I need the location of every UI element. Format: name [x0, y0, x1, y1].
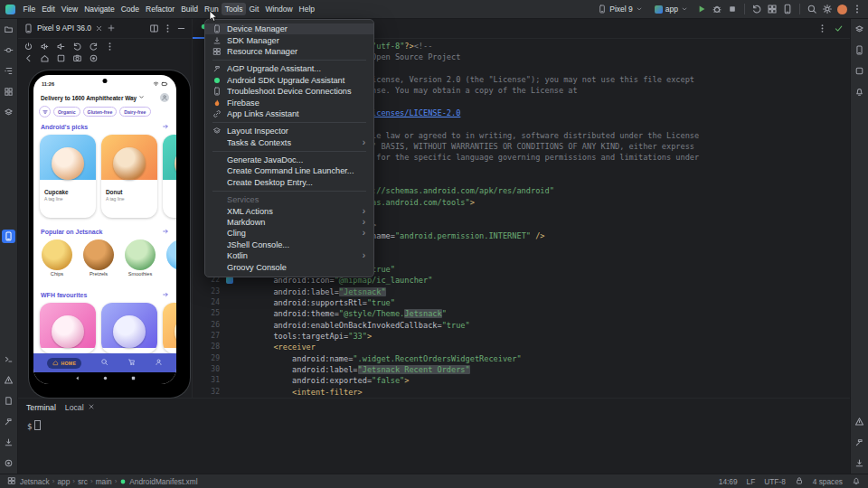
snack-card-donut[interactable]: DonutA tag line [101, 135, 157, 218]
notifications-bell-icon[interactable] [852, 476, 861, 487]
stripe-gradle[interactable] [853, 23, 866, 36]
menu-tools[interactable]: Tools [222, 3, 246, 15]
tools-menu-item-groovy-console[interactable]: Groovy Console [205, 261, 373, 272]
chip-gluten-free[interactable]: Gluten-free [83, 107, 118, 117]
close-icon[interactable] [95, 24, 103, 33]
hide-panel-icon[interactable] [176, 23, 186, 33]
tools-menu-item-device-manager[interactable]: Device Manager [205, 23, 373, 34]
stripe-running-devices[interactable] [2, 230, 15, 243]
tools-menu-item-app-links-assistant[interactable]: App Links Assistant [205, 108, 373, 119]
popular-item-chips[interactable]: Chips [40, 239, 74, 285]
tools-menu-item-firebase[interactable]: Firebase [205, 97, 373, 108]
tools-menu-item-resource-manager[interactable]: Resource Manager [205, 46, 373, 57]
profile-avatar[interactable] [160, 93, 169, 102]
filter-button[interactable] [39, 106, 51, 117]
nav-home-button[interactable]: HOME [47, 358, 81, 369]
crumb-main[interactable]: main [96, 477, 112, 486]
crumb-androidmanifest-xml[interactable]: AndroidManifest.xml [129, 477, 197, 486]
tools-menu-item-agp-upgrade-assistant[interactable]: AGP Upgrade Assistant... [205, 63, 373, 74]
stripe-device-explorer[interactable] [2, 436, 15, 449]
file-encoding[interactable]: UTF-8 [764, 477, 786, 486]
menu-code[interactable]: Code [118, 3, 142, 15]
rotl-icon[interactable] [72, 42, 82, 52]
stripe-build[interactable] [853, 436, 866, 449]
nav-cart-button[interactable] [127, 358, 136, 368]
run-config-selector[interactable]: app [651, 4, 692, 14]
run-button[interactable] [696, 4, 707, 14]
tools-menu-item-kotlin[interactable]: Kotlin› [205, 250, 373, 261]
caret-position[interactable]: 14:69 [719, 477, 738, 486]
crumb-app[interactable]: app [57, 477, 70, 486]
stripe-device-explorer[interactable] [853, 456, 866, 470]
grid-icon[interactable] [7, 476, 16, 487]
arrow-forward-icon[interactable] [162, 228, 169, 236]
android-recents-button[interactable] [130, 375, 137, 381]
wfh-card-2[interactable] [101, 303, 157, 353]
record-icon[interactable] [89, 53, 99, 63]
camera-icon[interactable] [72, 53, 82, 63]
menu-refactor[interactable]: Refactor [143, 3, 178, 15]
menu-git[interactable]: Git [246, 3, 262, 15]
lock-icon[interactable] [795, 476, 804, 487]
tools-menu-item-generate-javadoc[interactable]: Generate JavaDoc... [205, 155, 373, 165]
voldown-icon[interactable] [56, 42, 66, 52]
rotr-icon[interactable] [89, 42, 99, 52]
kebab-icon[interactable] [105, 42, 115, 52]
pair-devices-button[interactable] [782, 4, 793, 14]
home-icon[interactable] [40, 53, 50, 63]
tool-windows-button[interactable] [767, 4, 778, 14]
chip-dairy-free[interactable]: Dairy-free [119, 107, 150, 117]
stripe-device-manager[interactable] [853, 43, 866, 57]
inspections-ok-icon[interactable] [834, 23, 844, 33]
menu-window[interactable]: Window [262, 3, 296, 15]
terminal-tab-local[interactable]: Local [65, 403, 95, 412]
tools-menu-item-layout-inspector[interactable]: Layout Inspector [205, 126, 373, 136]
tools-menu-item-jshell-console[interactable]: JShell Console... [205, 239, 373, 250]
stripe-notifications[interactable] [853, 85, 866, 99]
tools-menu-item-create-command-line-launcher[interactable]: Create Command Line Launcher... [205, 165, 373, 176]
tools-menu-item-sdk-manager[interactable]: SDK Manager [205, 34, 373, 45]
sync-project-button[interactable] [751, 4, 762, 14]
popular-item-smoothies[interactable]: Smoothies [123, 239, 157, 285]
crumb-jetsnack[interactable]: Jetsnack [20, 477, 50, 486]
terminal-title[interactable]: Terminal [26, 403, 56, 412]
wfh-card-1[interactable] [40, 303, 96, 353]
stripe-problems[interactable] [2, 373, 15, 387]
stripe-problems[interactable] [853, 415, 866, 428]
menu-file[interactable]: File [20, 3, 39, 15]
popular-item[interactable] [165, 239, 176, 285]
stop-button[interactable] [727, 4, 738, 14]
close-icon[interactable] [88, 403, 95, 412]
snack-card[interactable] [163, 135, 176, 218]
terminal-output[interactable]: $ [18, 416, 851, 436]
search-everywhere-button[interactable] [807, 4, 817, 14]
arrow-forward-icon[interactable] [162, 123, 169, 131]
stripe-terminal[interactable] [2, 352, 15, 366]
editor-options-icon[interactable] [817, 23, 827, 33]
stripe-profiler[interactable] [2, 456, 15, 470]
tools-menu-item-troubleshoot-device-connections[interactable]: Troubleshoot Device Connections [205, 86, 373, 97]
stripe-logcat[interactable] [2, 394, 15, 408]
settings-button[interactable] [822, 4, 833, 14]
delivery-selector[interactable]: Delivery to 1600 Amphitheater Way [33, 89, 176, 104]
menu-run[interactable]: Run [202, 3, 222, 15]
chip-organic[interactable]: Organic [53, 107, 80, 117]
tools-menu-item-xml-actions[interactable]: XML Actions› [205, 205, 373, 216]
back-nav-icon[interactable] [24, 53, 33, 63]
stripe-structure[interactable] [2, 64, 15, 78]
indent-setting[interactable]: 4 spaces [813, 477, 843, 486]
line-ending[interactable]: LF [747, 477, 756, 486]
menu-navigate[interactable]: Navigate [81, 3, 118, 15]
panel-options-icon[interactable] [163, 23, 173, 33]
stripe-build[interactable] [2, 415, 15, 428]
device-tab-label[interactable]: Pixel 9 API 36.0 [37, 23, 91, 33]
tools-menu-item-tasks-contexts[interactable]: Tasks & Contexts› [205, 137, 373, 148]
stripe-emulator[interactable] [853, 64, 866, 78]
android-back-button[interactable] [74, 375, 80, 381]
menu-help[interactable]: Help [296, 3, 317, 15]
more-actions-button[interactable] [852, 4, 863, 14]
user-avatar[interactable] [837, 5, 847, 14]
add-device-icon[interactable] [107, 23, 116, 33]
tools-menu-item-markdown[interactable]: Markdown› [205, 217, 373, 228]
tools-menu-item-cling[interactable]: Cling› [205, 228, 373, 239]
